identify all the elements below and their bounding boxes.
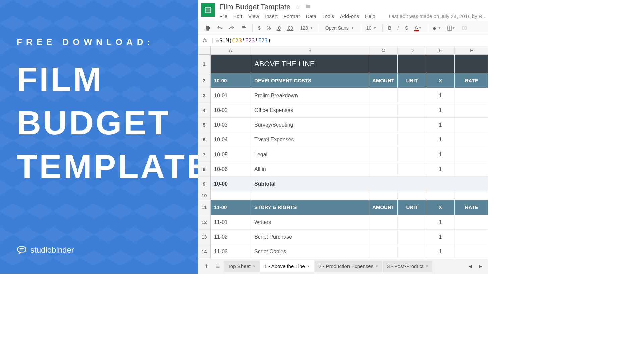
cell[interactable] bbox=[369, 230, 398, 244]
cell[interactable] bbox=[211, 191, 251, 200]
cell[interactable]: 1 bbox=[426, 147, 455, 162]
italic-button[interactable]: I bbox=[395, 24, 401, 33]
sheets-logo-icon[interactable] bbox=[201, 3, 215, 17]
cell[interactable]: AMOUNT bbox=[369, 73, 398, 88]
borders-button[interactable]: ▼ bbox=[445, 24, 458, 33]
cell[interactable]: 1 bbox=[426, 132, 455, 147]
cell[interactable]: 10-02 bbox=[211, 103, 251, 117]
text-color-button[interactable]: A▼ bbox=[412, 23, 424, 33]
cell[interactable] bbox=[398, 147, 426, 162]
menu-format[interactable]: Format bbox=[284, 13, 300, 19]
format-percent-button[interactable]: % bbox=[265, 24, 273, 33]
cell[interactable]: DEVELOPMENT COSTS bbox=[251, 73, 369, 88]
row-header[interactable]: 10 bbox=[198, 191, 211, 200]
cell[interactable] bbox=[369, 132, 398, 147]
print-icon[interactable] bbox=[203, 24, 213, 33]
cell[interactable] bbox=[455, 147, 488, 162]
cell[interactable] bbox=[398, 215, 426, 229]
folder-icon[interactable] bbox=[305, 3, 311, 11]
cell[interactable] bbox=[398, 230, 426, 244]
cell[interactable] bbox=[455, 55, 488, 73]
cell[interactable] bbox=[455, 230, 488, 244]
cell[interactable]: Survey/Scouting bbox=[251, 118, 369, 132]
cell[interactable]: 11-02 bbox=[211, 230, 251, 244]
cell[interactable] bbox=[455, 244, 488, 259]
menu-data[interactable]: Data bbox=[306, 13, 316, 19]
cell[interactable] bbox=[455, 191, 488, 200]
cell[interactable]: 10-03 bbox=[211, 118, 251, 132]
increase-decimal-button[interactable]: .00 bbox=[285, 24, 295, 33]
cell[interactable] bbox=[398, 88, 426, 103]
cell[interactable] bbox=[398, 103, 426, 117]
cell[interactable]: STORY & RIGHTS bbox=[251, 200, 369, 215]
col-header-b[interactable]: B bbox=[251, 46, 369, 54]
cell[interactable] bbox=[455, 215, 488, 229]
format-currency-button[interactable]: $ bbox=[256, 24, 263, 33]
all-sheets-button[interactable]: ≡ bbox=[213, 260, 223, 272]
font-family-dropdown[interactable]: Open Sans▼ bbox=[323, 24, 357, 32]
cell[interactable] bbox=[369, 103, 398, 117]
row-header[interactable]: 11 bbox=[198, 200, 211, 215]
cell[interactable]: RATE bbox=[455, 73, 488, 88]
cell[interactable]: 10-05 bbox=[211, 147, 251, 162]
chevron-down-icon[interactable]: ▼ bbox=[307, 265, 310, 268]
cell[interactable]: UNIT bbox=[398, 200, 426, 215]
formula-input[interactable]: =SUM(C23*E23*F23) bbox=[213, 37, 274, 44]
chevron-down-icon[interactable]: ▼ bbox=[253, 265, 256, 268]
cell[interactable] bbox=[455, 177, 488, 191]
cell[interactable] bbox=[426, 177, 455, 191]
cell[interactable] bbox=[251, 191, 369, 200]
cell[interactable]: 1 bbox=[426, 230, 455, 244]
tab-scroll-left-icon[interactable]: ◄ bbox=[466, 262, 475, 270]
cell[interactable] bbox=[369, 118, 398, 132]
row-header[interactable]: 5 bbox=[198, 118, 211, 132]
cell[interactable]: 1 bbox=[426, 162, 455, 176]
cell[interactable]: 10-00 bbox=[211, 73, 251, 88]
cell[interactable]: Travel Expenses bbox=[251, 132, 369, 147]
menu-file[interactable]: File bbox=[219, 13, 227, 19]
cell[interactable]: All in bbox=[251, 162, 369, 176]
cell[interactable] bbox=[369, 147, 398, 162]
cell[interactable] bbox=[369, 55, 398, 73]
menu-addons[interactable]: Add-ons bbox=[340, 13, 359, 19]
redo-icon[interactable] bbox=[227, 24, 237, 33]
fill-color-button[interactable]: ▼ bbox=[431, 24, 443, 33]
sheet-tab[interactable]: 1 - Above the Line▼ bbox=[260, 260, 314, 272]
cell[interactable]: UNIT bbox=[398, 73, 426, 88]
decrease-decimal-button[interactable]: .0 bbox=[275, 24, 283, 33]
cell[interactable]: X bbox=[426, 200, 455, 215]
menu-help[interactable]: Help bbox=[365, 13, 375, 19]
cell[interactable]: X bbox=[426, 73, 455, 88]
cell[interactable]: Writers bbox=[251, 215, 369, 229]
cell[interactable]: 10-04 bbox=[211, 132, 251, 147]
paint-format-icon[interactable] bbox=[239, 24, 249, 33]
row-header[interactable]: 8 bbox=[198, 162, 211, 176]
row-header[interactable]: 3 bbox=[198, 88, 211, 103]
cell[interactable]: Subtotal bbox=[251, 177, 369, 191]
cell[interactable] bbox=[398, 244, 426, 259]
row-header[interactable]: 2 bbox=[198, 73, 211, 88]
undo-icon[interactable] bbox=[215, 24, 225, 33]
cell[interactable]: 1 bbox=[426, 118, 455, 132]
sheet-tab[interactable]: 3 - Post-Product▼ bbox=[383, 261, 432, 272]
cell[interactable] bbox=[369, 177, 398, 191]
row-header[interactable]: 1 bbox=[198, 55, 211, 73]
sheet-tab[interactable]: 2 - Production Expenses▼ bbox=[315, 261, 382, 272]
cell[interactable]: 1 bbox=[426, 244, 455, 259]
cell[interactable] bbox=[369, 162, 398, 176]
col-header-f[interactable]: F bbox=[455, 46, 488, 54]
row-header[interactable]: 4 bbox=[198, 103, 211, 117]
cell[interactable] bbox=[211, 55, 251, 73]
cell[interactable] bbox=[455, 88, 488, 103]
cell[interactable] bbox=[398, 162, 426, 176]
cell[interactable]: Prelim Breakdown bbox=[251, 88, 369, 103]
cell[interactable] bbox=[455, 118, 488, 132]
menu-view[interactable]: View bbox=[248, 13, 259, 19]
cell[interactable] bbox=[369, 215, 398, 229]
cell[interactable] bbox=[398, 132, 426, 147]
cell[interactable]: Script Copies bbox=[251, 244, 369, 259]
cell[interactable]: Legal bbox=[251, 147, 369, 162]
doc-title[interactable]: Film Budget Template bbox=[219, 2, 290, 12]
col-header-d[interactable]: D bbox=[398, 46, 426, 54]
chevron-down-icon[interactable]: ▼ bbox=[375, 265, 378, 268]
